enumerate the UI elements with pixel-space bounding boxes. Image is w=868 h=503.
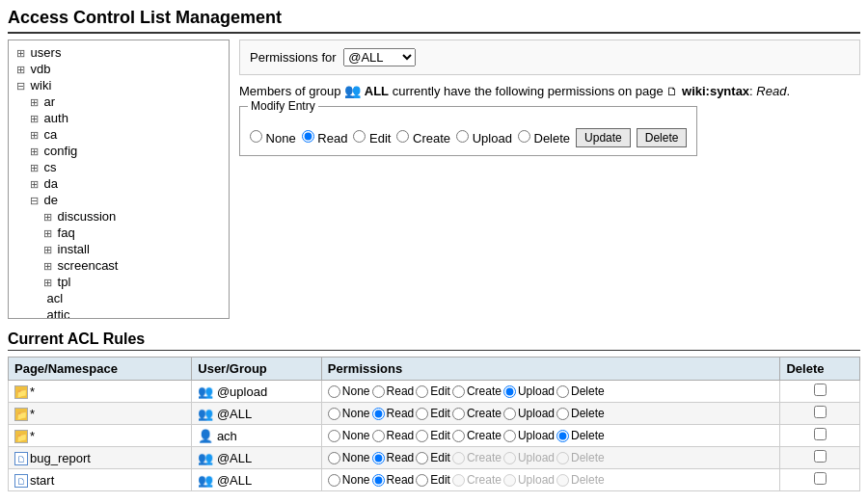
modify-radio-upload[interactable]: Upload: [456, 130, 512, 146]
tree-item-da[interactable]: ⊞ da: [13, 175, 225, 192]
tree-expand-icon[interactable]: ⊞: [43, 211, 52, 223]
currently-text: currently have the following permissions…: [393, 84, 664, 98]
tree-collapse-icon[interactable]: ⊟: [30, 195, 39, 206]
cell-delete[interactable]: [780, 469, 860, 491]
perm-radio-create[interactable]: [452, 430, 465, 442]
perm-radio-none[interactable]: [328, 385, 340, 398]
tree-item-wiki[interactable]: ⊟ wiki: [13, 77, 225, 93]
tree-item-config[interactable]: ⊞ config: [13, 143, 225, 159]
perm-label-none: None: [342, 384, 370, 398]
tree-collapse-icon[interactable]: ⊟: [16, 80, 25, 92]
delete-checkbox[interactable]: [814, 428, 827, 440]
tree-expand-icon[interactable]: ⊞: [16, 47, 25, 59]
perm-radio-edit[interactable]: [416, 408, 428, 420]
perm-radio-upload[interactable]: [503, 385, 516, 398]
perm-radio-delete[interactable]: [556, 408, 569, 420]
folder-icon: 📁: [14, 430, 28, 443]
cell-permissions[interactable]: NoneReadEditCreateUploadDelete: [321, 425, 780, 447]
perm-label-create: Create: [467, 407, 502, 420]
tree-expand-icon[interactable]: ⊞: [30, 129, 39, 141]
perm-radio-edit[interactable]: [416, 474, 428, 487]
perm-radio-edit[interactable]: [416, 452, 428, 464]
tree-item-de[interactable]: ⊟ de: [13, 192, 225, 208]
cell-delete[interactable]: [780, 425, 860, 447]
table-row: 📁*👥 @uploadNoneReadEditCreateUploadDelet…: [9, 381, 860, 403]
perm-radio-none[interactable]: [328, 430, 340, 442]
tree-scroll[interactable]: ⊞ users⊞ vdb⊟ wiki⊞ ar⊞ auth⊞ ca⊞ config…: [9, 40, 229, 318]
perm-radio-upload[interactable]: [503, 408, 516, 420]
perm-radio-upload[interactable]: [503, 430, 516, 442]
perm-radio-edit[interactable]: [416, 430, 428, 442]
tree-item-ar[interactable]: ⊞ ar: [13, 93, 225, 110]
cell-delete[interactable]: [780, 403, 860, 425]
tree-item-tpl[interactable]: ⊞ tpl: [13, 274, 225, 290]
tree-expand-icon[interactable]: ⊞: [30, 178, 39, 190]
delete-checkbox[interactable]: [814, 450, 827, 463]
perm-radio-read[interactable]: [372, 430, 385, 442]
cell-permissions[interactable]: NoneReadEditCreateUploadDelete: [321, 447, 780, 469]
permission-value: Read: [756, 84, 786, 98]
tree-item-ca[interactable]: ⊞ ca: [13, 126, 225, 143]
tree-item-cs[interactable]: ⊞ cs: [13, 159, 225, 175]
cell-user-group: 👥 @ALL: [192, 447, 322, 469]
perm-radio-create[interactable]: [452, 408, 465, 420]
cell-delete[interactable]: [780, 447, 860, 469]
perm-radio-none[interactable]: [328, 474, 340, 487]
modify-radio-delete[interactable]: Delete: [518, 130, 570, 146]
modify-radio-none[interactable]: None: [250, 130, 296, 146]
tree-item-faq[interactable]: ⊞ faq: [13, 225, 225, 241]
perm-label-upload: Upload: [518, 384, 555, 398]
perm-radio-create[interactable]: [452, 385, 465, 398]
col-permissions: Permissions: [321, 357, 780, 381]
perm-radio-read[interactable]: [372, 385, 385, 398]
tree-expand-icon[interactable]: ⊞: [43, 277, 52, 288]
user-icon: 👥: [198, 451, 213, 465]
perm-radio-read[interactable]: [372, 452, 385, 464]
tree-item-acl[interactable]: acl: [13, 290, 225, 306]
tree-item-screencast[interactable]: ⊞ screencast: [13, 257, 225, 274]
tree-expand-icon[interactable]: ⊞: [30, 146, 39, 157]
tree-item-install[interactable]: ⊞ install: [13, 241, 225, 257]
col-delete: Delete: [780, 357, 860, 381]
perm-radio-upload: [503, 452, 516, 464]
modify-radio-read[interactable]: Read: [302, 130, 348, 146]
perm-radio-none[interactable]: [328, 452, 340, 464]
perm-radio-read[interactable]: [372, 408, 385, 420]
perm-label-create: Create: [467, 384, 502, 398]
tree-expand-icon[interactable]: ⊞: [43, 227, 52, 239]
delete-button[interactable]: Delete: [637, 128, 688, 147]
tree-expand-icon[interactable]: ⊞: [30, 96, 39, 108]
perm-radio-read[interactable]: [372, 474, 385, 487]
tree-item-auth[interactable]: ⊞ auth: [13, 110, 225, 126]
modify-radio-create[interactable]: Create: [396, 130, 450, 146]
tree-expand-icon[interactable]: ⊞: [43, 244, 52, 255]
cell-permissions[interactable]: NoneReadEditCreateUploadDelete: [321, 469, 780, 491]
modify-radio-edit[interactable]: Edit: [353, 130, 391, 146]
tree-expand-icon[interactable]: ⊞: [16, 64, 25, 75]
cell-delete[interactable]: [780, 381, 860, 403]
table-row: 📁*👥 @ALLNoneReadEditCreateUploadDelete: [9, 403, 860, 425]
perm-label-delete: Delete: [571, 384, 605, 398]
permissions-for-select[interactable]: @ALL@uploadach@admin: [343, 48, 416, 66]
delete-checkbox[interactable]: [814, 384, 827, 396]
update-button[interactable]: Update: [576, 128, 631, 147]
tree-item-users[interactable]: ⊞ users: [13, 44, 225, 61]
tree-item-vdb[interactable]: ⊞ vdb: [13, 61, 225, 77]
cell-user-group: 👤 ach: [192, 425, 322, 447]
delete-checkbox[interactable]: [814, 472, 827, 485]
perm-label-upload: Upload: [518, 451, 555, 464]
tree-expand-icon[interactable]: ⊞: [43, 260, 52, 272]
tree-item-discussion[interactable]: ⊞ discussion: [13, 208, 225, 225]
perm-radio-edit[interactable]: [416, 385, 428, 398]
perm-radio-delete[interactable]: [556, 430, 569, 442]
cell-permissions[interactable]: NoneReadEditCreateUploadDelete: [321, 403, 780, 425]
cell-permissions[interactable]: NoneReadEditCreateUploadDelete: [321, 381, 780, 403]
perm-radio-none[interactable]: [328, 408, 340, 420]
tree-expand-icon[interactable]: ⊞: [30, 162, 39, 173]
cell-user-group: 👥 @ALL: [192, 469, 322, 491]
delete-checkbox[interactable]: [814, 406, 827, 418]
tree-item-attic[interactable]: attic: [13, 306, 225, 318]
perm-radio-delete[interactable]: [556, 385, 569, 398]
user-icon: 👥: [198, 384, 213, 399]
tree-expand-icon[interactable]: ⊞: [30, 113, 39, 124]
